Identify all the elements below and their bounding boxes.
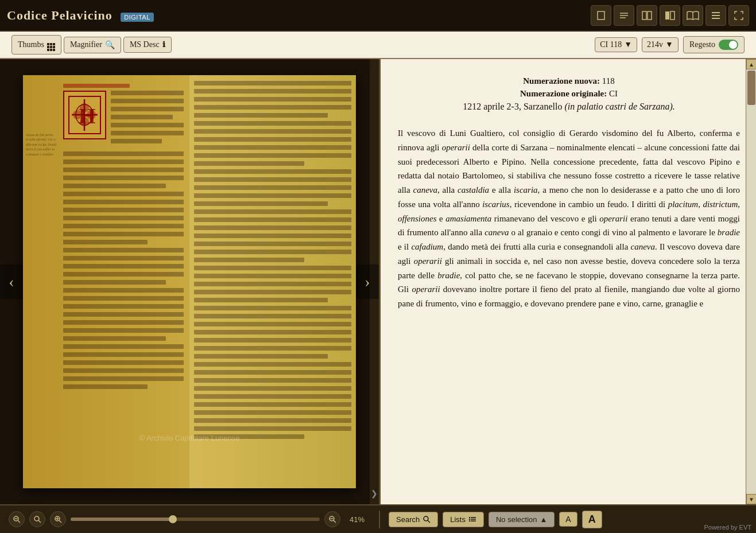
scroll-down-btn[interactable]: ▼ (746, 494, 756, 504)
doc-body: Il vescovo di Luni Gualtiero, col consig… (398, 126, 740, 311)
toolbar-right: CI 118 ▼ 214v ▼ Regesto (595, 36, 745, 53)
regesto-label: Regesto (689, 40, 715, 49)
text-content: Numerazione nuova: 118 Numerazione origi… (381, 59, 756, 504)
svg-rect-38 (469, 520, 470, 522)
zoom-slider[interactable] (71, 518, 320, 521)
svg-rect-4 (642, 11, 646, 20)
font-decrease-btn[interactable]: A (559, 512, 577, 527)
svg-rect-7 (670, 11, 674, 20)
ms-right-page (189, 75, 356, 488)
prev-page-btn[interactable]: ‹ (0, 264, 23, 299)
folio-select-container[interactable]: 214v ▼ (642, 37, 679, 52)
svg-rect-6 (665, 11, 669, 20)
zoom-slider-thumb[interactable] (169, 515, 177, 523)
no-selection-label: No selection (496, 515, 537, 524)
toggle-switch-icon (719, 40, 738, 50)
svg-line-25 (59, 520, 61, 523)
ci-select-container[interactable]: CI 118 ▼ (595, 37, 637, 52)
magnifier-btn[interactable]: Magnifier 🔍 (64, 37, 121, 53)
no-selection-btn[interactable]: No selection ▲ (489, 512, 555, 527)
main-content: ‹ aliquo de fuit partis et tulle oftrônê… (0, 59, 756, 504)
zoom-out-large-btn[interactable] (324, 511, 340, 527)
scroll-up-btn[interactable]: ▲ (746, 59, 756, 69)
numerazione-nuova-line: Numerazione nuova: 118 (398, 76, 740, 86)
search-btn[interactable]: Search (389, 512, 438, 527)
zoom-out-small-btn[interactable] (9, 511, 25, 527)
zoom-reset-btn[interactable] (29, 511, 45, 527)
svg-rect-36 (469, 517, 470, 518)
numerazione-originale-value: CI (609, 89, 618, 98)
layout-book-btn[interactable] (683, 5, 703, 26)
svg-rect-0 (598, 11, 604, 20)
top-bar-icons (591, 5, 749, 26)
numerazione-nuova-value: 118 (602, 76, 615, 85)
numerazione-nuova-label: Numerazione nuova: (523, 76, 600, 85)
regesto-toggle[interactable]: Regesto (683, 36, 745, 53)
search-label: Search (396, 515, 420, 524)
ms-left-text: H (63, 84, 184, 477)
doc-header: Numerazione nuova: 118 Numerazione origi… (398, 76, 740, 112)
ms-desc-btn[interactable]: MS Desc ℹ (123, 37, 172, 53)
watermark: © Archivio Capitolare Lunense (139, 434, 239, 442)
numerazione-originale-label: Numerazione originale: (520, 89, 607, 98)
next-page-btn[interactable]: › (356, 264, 379, 299)
scrollbar-thumb[interactable] (747, 71, 755, 105)
app-title-text: Codice Pelavicino (7, 8, 113, 22)
toolbar: Thumbs Magnifier 🔍 MS Desc ℹ CI 118 ▼ 21… (0, 32, 756, 59)
image-panel: ‹ aliquo de fuit partis et tulle oftrônê… (0, 59, 379, 504)
folio-select-value: 214v (647, 40, 663, 49)
search-icon (422, 515, 431, 523)
thumbs-btn[interactable]: Thumbs (11, 35, 61, 55)
bottom-bar: 41% Search Lists No selection ▲ A A (0, 504, 756, 533)
zoom-controls: 41% (0, 511, 379, 527)
thumbs-label: Thumbs (18, 40, 44, 49)
svg-line-32 (428, 520, 430, 523)
ms-right-text (194, 81, 351, 477)
lists-label: Lists (450, 515, 466, 524)
magnifier-label: Magnifier (70, 40, 102, 49)
zoom-percent: 41% (350, 515, 370, 524)
svg-rect-5 (648, 11, 652, 20)
margin-notes: aliquo de fuit partis et tulle oftrônê. … (26, 133, 56, 157)
text-panel: Numerazione nuova: 118 Numerazione origi… (379, 59, 756, 504)
text-controls: Search Lists No selection ▲ A A (379, 511, 756, 528)
zoom-in-btn[interactable] (50, 511, 66, 527)
scroll-down-icon: ❯ (371, 489, 378, 499)
svg-point-22 (34, 516, 39, 521)
layout-text-btn[interactable] (614, 5, 634, 26)
app-title: Codice Pelavicino DIGITAL (7, 8, 154, 22)
font-increase-btn[interactable]: A (582, 511, 602, 528)
font-decrease-label: A (565, 515, 571, 524)
layout-image-text-btn[interactable] (660, 5, 680, 26)
manuscript-image: aliquo de fuit partis et tulle oftrônê. … (23, 75, 356, 488)
grid-icon (47, 38, 55, 51)
svg-point-31 (424, 516, 428, 521)
fullscreen-btn[interactable] (728, 5, 749, 26)
svg-line-29 (334, 520, 336, 523)
svg-rect-37 (469, 519, 470, 520)
svg-text:H: H (79, 104, 96, 128)
menu-btn[interactable] (705, 5, 726, 26)
svg-line-20 (18, 520, 20, 523)
numerazione-originale-line: Numerazione originale: CI (398, 89, 740, 99)
ms-desc-label: MS Desc (130, 40, 160, 49)
app-title-container: Codice Pelavicino DIGITAL (7, 8, 154, 23)
zoom-slider-container (71, 518, 320, 521)
layout-single-btn[interactable] (591, 5, 611, 26)
text-scrollbar[interactable]: ▲ ▼ (746, 59, 756, 504)
magnifier-icon: 🔍 (105, 40, 115, 50)
layout-columns-btn[interactable] (637, 5, 657, 26)
ms-pages: aliquo de fuit partis et tulle oftrônê. … (23, 75, 356, 488)
toolbar-left: Thumbs Magnifier 🔍 MS Desc ℹ (11, 35, 172, 55)
ci-chevron-icon: ▼ (624, 40, 632, 49)
lists-icon (468, 515, 476, 523)
date-line: 1212 aprile 2-3, Sarzanello (in palatio … (398, 102, 740, 112)
zoom-slider-track (71, 518, 173, 521)
ci-select-value: CI 118 (600, 40, 622, 49)
powered-by: Powered by EVT (704, 524, 751, 531)
lists-btn[interactable]: Lists (443, 512, 484, 527)
app-badge: DIGITAL (121, 13, 153, 22)
svg-line-23 (38, 520, 41, 523)
ms-left-page: aliquo de fuit partis et tulle oftrônê. … (23, 75, 189, 488)
info-icon: ℹ (162, 40, 165, 49)
